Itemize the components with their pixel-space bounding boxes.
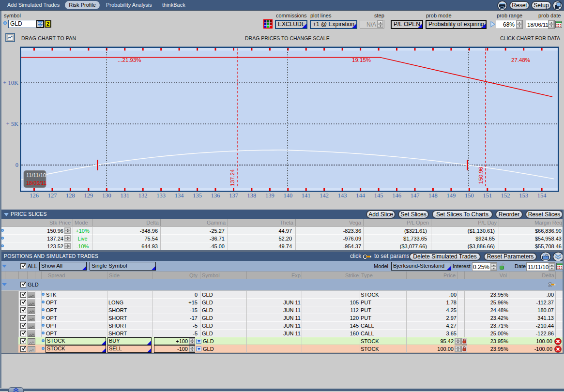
svg-text:138: 138 [247,192,257,199]
svg-text:145: 145 [374,192,383,199]
svg-text:128: 128 [66,192,75,199]
svg-text:+ 5K: + 5K [6,121,18,127]
svg-text:126: 126 [30,192,39,199]
svg-text:18/06/11: 18/06/11 [26,180,46,186]
svg-text:137.24: 137.24 [229,169,235,186]
svg-text:135: 135 [193,192,202,199]
svg-text:131: 131 [120,192,129,199]
svg-text:130: 130 [102,192,111,199]
svg-text:153: 153 [519,192,528,199]
svg-text:137: 137 [229,192,238,199]
svg-text:133: 133 [156,192,166,199]
svg-text:147: 147 [411,192,420,199]
svg-text:142: 142 [320,192,329,199]
svg-text:143: 143 [338,192,347,199]
svg-text:146: 146 [392,192,401,199]
svg-text:19.15%: 19.15% [352,57,371,63]
svg-text:0: 0 [15,162,18,168]
svg-text:152: 152 [501,192,510,199]
svg-text:136: 136 [211,192,220,199]
svg-text:150.96: 150.96 [478,167,484,184]
svg-text:150: 150 [465,192,474,199]
svg-text:151: 151 [483,192,492,199]
svg-text:144: 144 [356,192,366,199]
svg-text:27.48%: 27.48% [511,57,530,63]
svg-text:139: 139 [265,192,274,199]
svg-text:141: 141 [302,192,311,199]
svg-text:...21.93%: ...21.93% [118,57,141,63]
svg-text:127: 127 [48,192,57,199]
svg-text:134: 134 [175,192,184,199]
svg-text:149: 149 [447,192,456,199]
svg-text:154: 154 [537,192,547,199]
svg-text:140: 140 [283,192,292,199]
svg-text:132: 132 [138,192,148,199]
svg-text:+ 10K: + 10K [3,79,18,86]
svg-text:11/11/10: 11/11/10 [26,172,46,178]
svg-text:148: 148 [428,192,438,199]
svg-text:129: 129 [84,192,93,199]
